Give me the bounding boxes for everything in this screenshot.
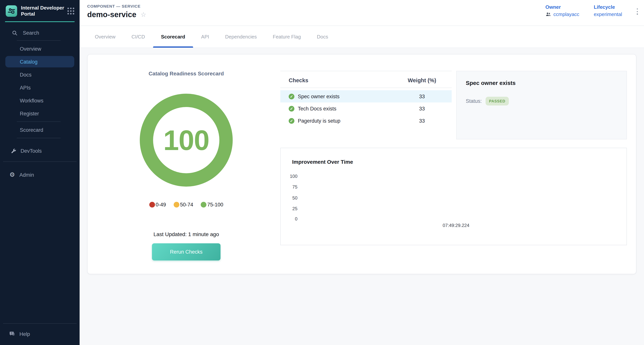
sidebar-bottom: ? Help	[0, 319, 80, 345]
search-icon	[11, 30, 18, 36]
sidebar-item-label: APIs	[20, 85, 31, 90]
sidebar-item-search[interactable]: Search	[0, 27, 80, 39]
score-value: 100	[164, 124, 209, 156]
lifecycle-label[interactable]: Lifecycle	[594, 4, 622, 10]
status-label: Status:	[466, 98, 482, 104]
owner-label[interactable]: Owner	[545, 4, 579, 10]
checks-table-header: Checks Weight (%)	[280, 71, 452, 88]
app-root: Internal Developer Portal Search Overvie…	[0, 0, 644, 345]
sidebar: Internal Developer Portal Search Overvie…	[0, 0, 80, 345]
entity-tabs: Overview CI/CD Scorecard API Dependencie…	[80, 26, 644, 48]
score-gauge: 100	[140, 94, 233, 186]
sidebar-item-label: Register	[20, 110, 39, 116]
last-updated-text: Last Updated: 1 minute ago	[154, 231, 219, 237]
app-title: Internal Developer Portal	[21, 5, 68, 17]
sidebar-item-label: DevTools	[20, 148, 42, 154]
people-icon	[545, 12, 551, 17]
y-axis-tick: 0	[286, 216, 298, 222]
score-column: Catalog Readiness Scorecard 100 0-49 50-…	[97, 54, 276, 274]
sidebar-item-catalog[interactable]: Catalog	[5, 56, 74, 68]
apps-grid-icon[interactable]	[68, 8, 74, 14]
improvement-chart: Improvement Over Time 100 75 50 25 0 07:…	[280, 148, 627, 245]
sidebar-item-label: Overview	[20, 46, 41, 52]
sidebar-item-overview[interactable]: Overview	[0, 42, 80, 55]
legend-dot-green	[201, 202, 206, 208]
sidebar-item-label: Help	[20, 331, 30, 337]
tab-cicd[interactable]: CI/CD	[124, 26, 153, 48]
sidebar-accent-divider	[5, 21, 75, 22]
y-axis-tick: 75	[286, 184, 298, 190]
help-chat-icon: ?	[9, 331, 16, 337]
sidebar-item-devtools[interactable]: DevTools	[0, 144, 80, 157]
scorecard-title: Catalog Readiness Scorecard	[148, 70, 224, 76]
column-header-weight: Weight (%)	[395, 77, 449, 84]
wrench-icon	[10, 148, 17, 154]
sidebar-item-workflows[interactable]: Workflows	[0, 94, 80, 107]
sidebar-logo-row: Internal Developer Portal	[0, 0, 80, 17]
main-area: COMPONENT — SERVICE demo-service ☆ Owner	[80, 0, 644, 345]
y-axis-tick: 50	[286, 195, 298, 201]
lifecycle-value: experimental	[594, 12, 622, 17]
sidebar-item-scorecard[interactable]: Scorecard	[0, 124, 80, 136]
sidebar-divider	[17, 138, 60, 138]
status-badge: PASSED	[486, 97, 509, 106]
active-tab-underline	[153, 46, 193, 48]
sidebar-item-label: Workflows	[20, 98, 44, 104]
tab-feature-flag[interactable]: Feature Flag	[265, 26, 309, 48]
sidebar-item-label: Docs	[20, 72, 32, 78]
content-area: Catalog Readiness Scorecard 100 0-49 50-…	[80, 48, 644, 345]
x-axis-tick: 07:49:29.224	[443, 223, 470, 228]
column-header-checks: Checks	[289, 77, 308, 84]
sidebar-item-docs[interactable]: Docs	[0, 68, 80, 81]
score-legend: 0-49 50-74 75-100	[145, 202, 227, 208]
entity-meta: Owner ccmplayacc	[545, 4, 638, 17]
sidebar-divider	[3, 323, 76, 324]
sidebar-divider	[3, 162, 76, 162]
sidebar-item-help[interactable]: ? Help	[0, 328, 80, 340]
owner-value: ccmplayacc	[553, 12, 579, 17]
chart-title: Improvement Over Time	[292, 159, 353, 165]
check-detail-title: Spec owner exists	[466, 80, 617, 86]
sidebar-item-admin[interactable]: ⚙ Admin	[0, 168, 80, 181]
sidebar-item-label: Catalog	[20, 59, 38, 64]
tab-docs[interactable]: Docs	[309, 26, 336, 48]
sidebar-item-label: Search	[23, 30, 39, 36]
sidebar-item-label: Scorecard	[20, 127, 43, 133]
table-row-spec-owner[interactable]: ✓ Spec owner exists 33	[280, 90, 452, 102]
gear-icon: ⚙	[9, 172, 16, 178]
sidebar-item-register[interactable]: Register	[0, 107, 80, 120]
rerun-checks-button[interactable]: Rerun Checks	[152, 243, 220, 260]
app-logo-icon[interactable]	[6, 5, 17, 16]
entity-header: COMPONENT — SERVICE demo-service ☆ Owner	[80, 0, 644, 26]
tab-dependencies[interactable]: Dependencies	[217, 26, 265, 48]
sidebar-item-label: Admin	[20, 172, 34, 178]
owner-link[interactable]: ccmplayacc	[545, 12, 579, 17]
checks-column: Checks Weight (%) ✓ Spec owner exists	[280, 54, 627, 274]
scorecard-card: Catalog Readiness Scorecard 100 0-49 50-…	[87, 54, 636, 274]
table-row-tech-docs[interactable]: ✓ Tech Docs exists 33	[280, 102, 452, 114]
tab-overview[interactable]: Overview	[87, 26, 124, 48]
legend-item-high: 75-100	[201, 202, 223, 208]
flow-glyph-icon	[8, 7, 15, 15]
favorite-star-icon[interactable]: ☆	[140, 12, 146, 18]
tab-api[interactable]: API	[193, 26, 217, 48]
more-options-icon[interactable]	[636, 4, 638, 16]
table-row-pagerduty[interactable]: ✓ Pagerduty is setup 33	[280, 114, 452, 127]
tab-scorecard[interactable]: Scorecard	[153, 26, 193, 48]
sidebar-divider	[17, 122, 60, 122]
y-axis-tick: 100	[286, 174, 298, 179]
legend-item-mid: 50-74	[174, 202, 193, 208]
legend-item-low: 0-49	[149, 202, 166, 208]
legend-dot-amber	[174, 202, 179, 208]
check-passed-icon: ✓	[289, 118, 294, 124]
y-axis-tick: 25	[286, 206, 298, 211]
legend-dot-red	[149, 202, 155, 208]
check-passed-icon: ✓	[289, 94, 294, 99]
sidebar-divider	[17, 40, 60, 41]
check-passed-icon: ✓	[289, 106, 294, 112]
svg-text:?: ?	[11, 332, 12, 335]
sidebar-item-apis[interactable]: APIs	[0, 81, 80, 94]
lifecycle-block: Lifecycle experimental	[594, 4, 622, 17]
checks-table: Checks Weight (%) ✓ Spec owner exists	[280, 71, 452, 139]
check-detail-panel: Spec owner exists Status: PASSED	[456, 71, 627, 139]
